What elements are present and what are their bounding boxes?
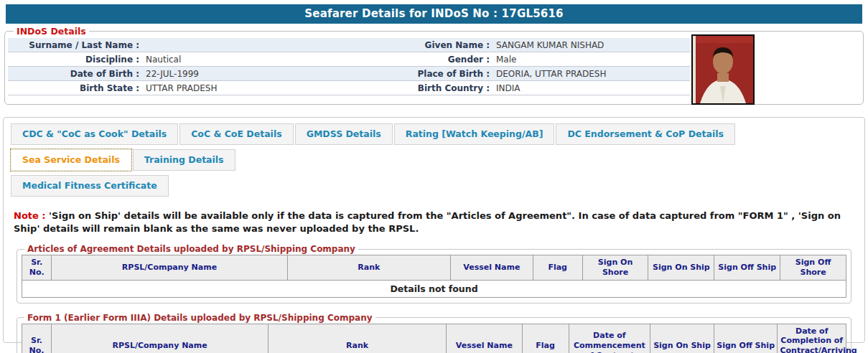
form1-section: Form 1 (Earlier Form IIIA) Details uploa…: [17, 313, 851, 353]
place-of-birth-value: DEORIA, UTTAR PRADESH: [495, 67, 690, 80]
col-date-of-commencement: Date of Commencement of Contract: [569, 324, 650, 353]
seafarer-photo: [691, 34, 755, 105]
articles-table-header-row: Sr. No. RPSL/Company Name Rank Vessel Na…: [22, 255, 846, 281]
tab-gmdss-details[interactable]: GMDSS Details: [295, 123, 393, 145]
form1-table: Sr. No. RPSL/Company Name Rank Vessel Na…: [22, 324, 846, 353]
tab-cdc-coc-as-cook-details[interactable]: CDC & "CoC as Cook" Details: [11, 123, 178, 145]
articles-of-agreement-legend: Articles of Agreement Details uploaded b…: [24, 244, 358, 254]
birth-country-label: Birth Country :: [414, 81, 495, 95]
col-vessel-name: Vessel Name: [450, 255, 533, 281]
surname-label: Surname / Last Name :: [8, 38, 144, 52]
col-sign-on-shore: Sign On Shore: [582, 255, 648, 281]
col-sign-on-ship: Sign On Ship: [648, 255, 714, 281]
given-name-label: Given Name :: [414, 38, 495, 52]
place-of-birth-label: Place of Birth :: [414, 67, 495, 80]
given-name-value: SANGAM KUMAR NISHAD: [495, 38, 690, 52]
surname-value: [144, 38, 414, 52]
tab-training-details[interactable]: Training Details: [133, 149, 235, 171]
discipline-label: Discipline :: [8, 52, 144, 66]
discipline-value: Nautical: [144, 52, 414, 66]
articles-of-agreement-table: Sr. No. RPSL/Company Name Rank Vessel Na…: [22, 255, 846, 298]
detail-row-discipline-gender: Discipline : Nautical Gender : Male: [8, 52, 690, 67]
col-flag: Flag: [533, 255, 582, 281]
note-text: Note : 'Sign on Ship' details will be av…: [14, 210, 854, 235]
date-of-birth-value: 22-JUL-1999: [144, 67, 414, 80]
seafarer-details-page: Seafarer Details for INDoS No : 17GL5616…: [0, 4, 868, 353]
details-not-found-message: Details not found: [22, 280, 846, 297]
col-rpsl-company-name: RPSL/Company Name: [51, 324, 268, 353]
note-body: 'Sign on Ship' details will be available…: [14, 210, 841, 234]
col-rpsl-company-name: RPSL/Company Name: [52, 255, 287, 281]
indos-detail-rows: Surname / Last Name : Given Name : SANGA…: [8, 38, 690, 95]
birth-country-value: INDIA: [495, 81, 690, 95]
col-sign-off-ship: Sign Off Ship: [714, 324, 778, 353]
col-sign-off-shore: Sign Off Shore: [780, 255, 846, 281]
note-prefix: Note :: [14, 210, 46, 221]
col-flag: Flag: [522, 324, 569, 353]
tab-coc-coe-details[interactable]: CoC & CoE Details: [179, 123, 293, 145]
indos-details-legend: INDoS Details: [14, 26, 89, 37]
tabs-content-panel: CDC & "CoC as Cook" DetailsCoC & CoE Det…: [3, 117, 865, 343]
detail-row-name: Surname / Last Name : Given Name : SANGA…: [8, 38, 690, 52]
col-rank: Rank: [269, 324, 447, 353]
detail-row-birth-state-country: Birth State : UTTAR PRADESH Birth Countr…: [8, 81, 690, 95]
date-of-birth-label: Date of Birth :: [8, 67, 144, 80]
col-sr-no: Sr. No.: [22, 255, 52, 281]
form1-table-header-row: Sr. No. RPSL/Company Name Rank Vessel Na…: [22, 324, 846, 353]
gender-label: Gender :: [414, 52, 495, 66]
col-sr-no: Sr. No.: [22, 324, 52, 353]
col-sign-off-ship: Sign Off Ship: [714, 255, 780, 281]
col-date-of-completion: Date of Completion of Contract/Arriving …: [778, 324, 846, 353]
col-vessel-name: Vessel Name: [447, 324, 523, 353]
detail-row-birth-date-place: Date of Birth : 22-JUL-1999 Place of Bir…: [8, 67, 690, 81]
form1-legend: Form 1 (Earlier Form IIIA) Details uploa…: [24, 313, 375, 323]
tab-bar: CDC & "CoC as Cook" DetailsCoC & CoE Det…: [11, 123, 857, 201]
tab-sea-service-details[interactable]: Sea Service Details: [11, 149, 131, 171]
tab-medical-fitness-certificate[interactable]: Medical Fitness Certificate: [11, 175, 169, 197]
page-title: Seafarer Details for INDoS No : 17GL5616: [6, 4, 862, 24]
tab-dc-endorsement-cop-details[interactable]: DC Endorsement & CoP Details: [556, 123, 735, 145]
articles-of-agreement-section: Articles of Agreement Details uploaded b…: [17, 244, 851, 303]
tab-rating-watch-keeping-ab[interactable]: Rating [Watch Keeping/AB]: [394, 123, 555, 145]
birth-state-value: UTTAR PRADESH: [144, 81, 414, 95]
col-rank: Rank: [287, 255, 450, 281]
birth-state-label: Birth State :: [8, 81, 144, 95]
col-sign-on-ship: Sign On Ship: [650, 324, 714, 353]
gender-value: Male: [495, 52, 690, 66]
seafarer-photo-image: [693, 36, 753, 103]
articles-table-empty-row: Details not found: [22, 280, 846, 297]
